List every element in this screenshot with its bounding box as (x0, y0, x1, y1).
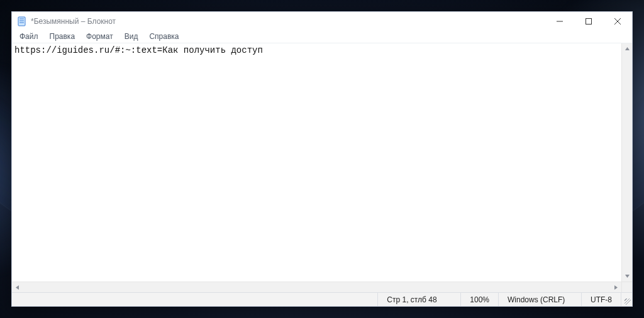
menu-file[interactable]: Файл (14, 31, 43, 41)
notepad-icon (17, 16, 27, 26)
notepad-window: *Безымянный – Блокнот Файл Пра (11, 11, 633, 307)
svg-marker-11 (614, 285, 618, 290)
svg-line-7 (614, 18, 621, 25)
maximize-icon (586, 18, 592, 25)
scroll-down-arrow-icon[interactable] (622, 271, 632, 282)
text-editor[interactable] (12, 43, 621, 282)
svg-line-6 (614, 18, 621, 25)
scroll-left-arrow-icon[interactable] (12, 282, 23, 292)
status-zoom: 100% (460, 293, 498, 306)
scroll-right-arrow-icon[interactable] (611, 282, 621, 292)
scroll-up-arrow-icon[interactable] (622, 43, 632, 54)
horizontal-scrollbar[interactable] (12, 282, 632, 292)
horizontal-scroll-track[interactable] (23, 282, 611, 292)
svg-marker-9 (625, 275, 630, 278)
status-cursor-position: Стр 1, стлб 48 (377, 293, 460, 306)
svg-rect-0 (18, 17, 25, 26)
resize-grip-icon (625, 299, 631, 305)
minimize-button[interactable] (545, 12, 574, 31)
svg-rect-5 (586, 19, 592, 25)
titlebar[interactable]: *Безымянный – Блокнот (12, 12, 632, 31)
menu-help[interactable]: Справка (144, 31, 184, 41)
status-line-ending: Windows (CRLF) (498, 293, 581, 306)
status-encoding: UTF-8 (581, 293, 621, 306)
menu-edit[interactable]: Правка (45, 31, 80, 41)
svg-marker-10 (16, 285, 19, 290)
vertical-scrollbar[interactable] (621, 43, 632, 282)
statusbar: Стр 1, стлб 48 100% Windows (CRLF) UTF-8 (12, 292, 632, 306)
maximize-button[interactable] (574, 12, 603, 31)
editor-area (12, 43, 632, 282)
menu-format[interactable]: Формат (81, 31, 118, 41)
close-button[interactable] (603, 12, 632, 31)
menubar: Файл Правка Формат Вид Справка (12, 31, 632, 43)
window-title: *Безымянный – Блокнот (31, 17, 116, 26)
menu-view[interactable]: Вид (119, 31, 143, 41)
window-controls (545, 12, 632, 31)
minimize-icon (557, 18, 563, 25)
statusbar-spacer (12, 293, 377, 306)
svg-marker-8 (625, 47, 630, 50)
scrollbar-corner (621, 282, 632, 292)
resize-grip[interactable] (621, 293, 632, 306)
close-icon (614, 18, 621, 25)
